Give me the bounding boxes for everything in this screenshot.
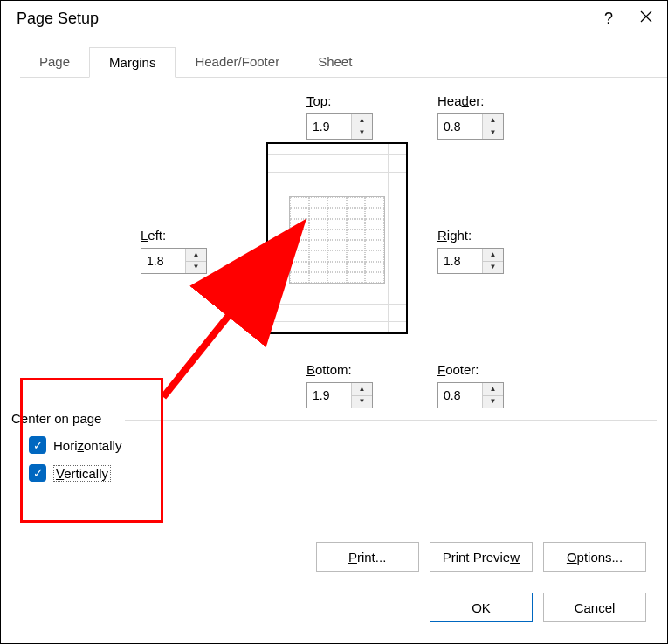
bottom-spinner[interactable]: ▲ ▼ (306, 382, 373, 408)
right-spin-down[interactable]: ▼ (483, 262, 503, 274)
margins-panel: Top: ▲ ▼ Header: ▲ ▼ Left: ▲ ▼ (1, 78, 667, 566)
left-input[interactable] (141, 249, 185, 273)
bottom-margin-group: Bottom: ▲ ▼ (306, 362, 373, 408)
dialog-title: Page Setup (17, 10, 99, 28)
bottom-spin-down[interactable]: ▼ (352, 396, 372, 408)
tab-margins[interactable]: Margins (89, 47, 176, 78)
tab-sheet[interactable]: Sheet (299, 47, 371, 78)
help-icon[interactable]: ? (604, 10, 613, 28)
right-spinner[interactable]: ▲ ▼ (437, 248, 504, 274)
bottom-spin-up[interactable]: ▲ (352, 383, 372, 396)
left-margin-group: Left: ▲ ▼ (141, 228, 207, 274)
horizontally-label: Horizontally (53, 438, 121, 453)
right-spin-up[interactable]: ▲ (483, 249, 503, 262)
footer-spinner[interactable]: ▲ ▼ (437, 382, 504, 408)
footer-input[interactable] (438, 383, 482, 408)
top-spinner[interactable]: ▲ ▼ (306, 113, 373, 140)
dialog-buttons-row: OK Cancel (430, 593, 646, 622)
header-spinner[interactable]: ▲ ▼ (437, 113, 504, 140)
right-input[interactable] (438, 249, 482, 273)
close-icon[interactable] (639, 10, 653, 28)
bottom-input[interactable] (307, 383, 351, 408)
left-spin-up[interactable]: ▲ (186, 249, 206, 262)
ok-button[interactable]: OK (430, 593, 533, 622)
footer-spin-down[interactable]: ▼ (483, 396, 503, 408)
center-on-page-section: Center on page ✓ Horizontally ✓ Vertical… (11, 411, 657, 482)
bottom-label: Bottom: (306, 362, 373, 377)
left-spinner[interactable]: ▲ ▼ (141, 248, 207, 274)
tab-header-footer[interactable]: Header/Footer (176, 47, 299, 78)
header-margin-group: Header: ▲ ▼ (437, 93, 504, 140)
header-input[interactable] (438, 114, 482, 139)
top-input[interactable] (307, 114, 351, 139)
footer-margin-group: Footer: ▲ ▼ (437, 362, 504, 408)
top-margin-group: Top: ▲ ▼ (306, 93, 373, 140)
center-on-page-title: Center on page (11, 411, 657, 426)
options-button[interactable]: Options... (543, 542, 646, 572)
top-label: Top: (306, 93, 373, 108)
right-label: Right: (437, 228, 504, 243)
vertically-checkbox[interactable]: ✓ (29, 464, 46, 482)
tab-bar: Page Margins Header/Footer Sheet (20, 47, 667, 78)
cancel-button[interactable]: Cancel (543, 593, 646, 622)
horizontally-checkbox-row[interactable]: ✓ Horizontally (29, 436, 657, 454)
right-margin-group: Right: ▲ ▼ (437, 228, 504, 274)
top-spin-down[interactable]: ▼ (352, 127, 372, 140)
top-spin-up[interactable]: ▲ (352, 114, 372, 127)
vertically-checkbox-row[interactable]: ✓ Vertically (29, 464, 657, 482)
footer-label: Footer: (437, 362, 504, 377)
tab-page[interactable]: Page (20, 47, 89, 78)
print-button[interactable]: Print... (316, 542, 419, 572)
footer-spin-up[interactable]: ▲ (483, 383, 503, 396)
action-buttons-row: Print... Print Preview Options... (316, 542, 646, 572)
margins-preview (266, 142, 408, 334)
horizontally-checkbox[interactable]: ✓ (29, 436, 46, 454)
left-spin-down[interactable]: ▼ (186, 262, 206, 274)
header-spin-down[interactable]: ▼ (483, 127, 503, 140)
print-preview-button[interactable]: Print Preview (430, 542, 533, 572)
preview-grid (289, 196, 385, 284)
titlebar: Page Setup ? (1, 1, 667, 33)
header-label: Header: (437, 93, 504, 108)
header-spin-up[interactable]: ▲ (483, 114, 503, 127)
left-label: Left: (141, 228, 207, 243)
vertically-label: Vertically (53, 465, 111, 482)
